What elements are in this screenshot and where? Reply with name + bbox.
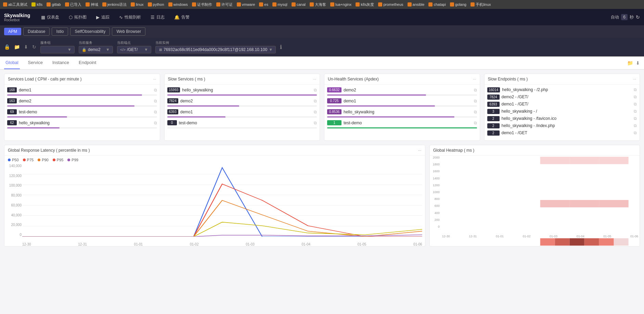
endpoint-copy-0[interactable]: ⧉ [634, 87, 637, 92]
subnav-self-observability[interactable]: SelfObservability [70, 27, 110, 36]
endpoint-copy-6[interactable]: ⧉ [634, 130, 637, 135]
nav-profiling[interactable]: ∿ 性能剖析 [115, 12, 145, 22]
tab-service[interactable]: Service [27, 56, 44, 69]
tab-download-icon[interactable]: ⬇ [636, 60, 640, 66]
slow-badge-1: 7824 [167, 98, 178, 103]
bookmark-license[interactable]: 许可证 [215, 2, 234, 8]
bookmark-ab[interactable]: ab工具测试 [2, 2, 28, 8]
nav-dashboard[interactable]: ▦ 仪表盘 [37, 12, 63, 22]
current-service-select[interactable]: 🔒 demo2 ▼ [79, 46, 113, 53]
service-copy-2[interactable]: ⧉ [154, 110, 157, 114]
endpoint-copy-4[interactable]: ⧉ [634, 116, 637, 121]
bookmark-jenkins[interactable]: jenkins语法 [101, 2, 128, 8]
bookmark-mysql[interactable]: mysql [271, 2, 288, 7]
info-button[interactable]: ℹ [280, 44, 282, 50]
slow-bar-0 [167, 95, 317, 96]
bookmark-lua[interactable]: lua+nginx [329, 2, 352, 7]
subnav-istio[interactable]: Istio [52, 27, 68, 36]
bookmark-ansible[interactable]: ansible [407, 2, 426, 7]
endpoint-copy-5[interactable]: ⧉ [634, 123, 637, 128]
tab-endpoint[interactable]: Endpoint [77, 56, 98, 69]
current-endpoint-select[interactable]: </> /GET/ ▼ [117, 46, 151, 53]
endpoint-copy-3[interactable]: ⧉ [634, 109, 637, 114]
service-copy-0[interactable]: ⧉ [154, 88, 157, 92]
endpoint-copy-2[interactable]: ⧉ [634, 102, 637, 106]
hm-x-2: 01-01 [496, 235, 504, 238]
bookmark-mobile-linux[interactable]: 手机linux [469, 2, 492, 8]
slow-copy-1[interactable]: ⧉ [314, 99, 317, 103]
unhealthy-copy-3[interactable]: ⧉ [474, 121, 477, 125]
service-copy-3[interactable]: ⧉ [154, 121, 157, 125]
unhealthy-copy-2[interactable]: ⧉ [474, 110, 477, 114]
nav-logs[interactable]: ☰ 日志 [146, 12, 169, 22]
slow-bar-1 [167, 105, 239, 106]
slow-endpoints-menu[interactable]: ··· [633, 77, 636, 81]
refresh-filter-icon[interactable]: ↻ [32, 44, 36, 50]
legend-label-p99: P99 [72, 158, 78, 162]
bookmark-daha[interactable]: 大海客 [309, 2, 327, 8]
service-group-select[interactable]: ▼ [40, 46, 75, 53]
bookmark-k8s-gray[interactable]: k8s灰度 [355, 2, 375, 8]
dashboard-icon: ▦ [41, 15, 45, 20]
service-badge-0: 168 [7, 87, 17, 92]
endpoint-badge-6: 2 [487, 130, 500, 136]
current-instance-select[interactable]: 🖥 76932ac68c9511ed94da000c29c8f117@192.1… [155, 46, 276, 53]
bookmark-python[interactable]: python [147, 2, 165, 7]
services-load-header: Services Load ( CPM - calls per minute )… [4, 74, 160, 85]
endpoint-copy-1[interactable]: ⧉ [634, 95, 637, 99]
subnav-apm[interactable]: APM [4, 28, 21, 35]
slow-services-menu[interactable]: ··· [313, 77, 316, 81]
bookmark-golang[interactable]: golang [449, 2, 467, 7]
svg-rect-12 [599, 200, 628, 207]
bookmark-shenyun[interactable]: 神域 [85, 2, 99, 8]
bookmark-prometheus[interactable]: prometheus [377, 2, 404, 7]
subnav-database[interactable]: Database [23, 27, 50, 36]
nav-topology-label: 拓扑图 [74, 14, 87, 20]
unhealthy-copy-1[interactable]: ⧉ [474, 99, 477, 103]
bookmark-cert[interactable]: 证书制作 [191, 2, 213, 8]
bookmark-es[interactable]: es [258, 2, 269, 7]
legend-label-p95: P95 [57, 158, 64, 162]
service-group-arrow: ▼ [67, 47, 72, 52]
endpoint-badge-1: 7824 [487, 95, 500, 100]
unhealthy-copy-0[interactable]: ⧉ [474, 88, 477, 92]
tab-instance[interactable]: Instance [51, 56, 70, 69]
services-load-menu[interactable]: ··· [153, 77, 156, 81]
bookmark-windows[interactable]: windows [167, 2, 189, 7]
refresh-icon[interactable]: ↻ [636, 14, 640, 20]
bookmark-vmware[interactable]: vmware [236, 2, 256, 7]
bookmark-canal[interactable]: canal [291, 2, 307, 7]
bookmark-imported[interactable]: 已导入 [64, 2, 82, 8]
hm-x-0: 12-30 [442, 235, 450, 238]
unhealthy-bar-0 [327, 95, 426, 96]
slow-name-1: demo2 [180, 99, 312, 103]
apdex-badge-2: 0.8536 [327, 109, 342, 114]
y-label-1: 120,000 [6, 174, 22, 178]
nav-alarms[interactable]: 🔔 告警 [170, 12, 194, 22]
bookmark-k8s[interactable]: k8s [30, 2, 43, 7]
service-copy-1[interactable]: ⧉ [154, 99, 157, 103]
bookmark-chatapi[interactable]: chatapi [427, 2, 447, 7]
bookmark-gitlab[interactable]: gitlab [46, 2, 62, 7]
nav-topology[interactable]: ⬡ 拓扑图 [65, 12, 91, 22]
heatmap-title: Global Heatmap ( ms ) [433, 148, 475, 153]
x-label-4: 01-03 [246, 242, 255, 246]
unhealthy-services-body: 0.6632 demo2 ⧉ 0.725 demo1 ⧉ [324, 85, 480, 134]
subnav-web-browser[interactable]: Web Browser [112, 27, 145, 36]
svg-rect-15 [569, 238, 584, 246]
svg-rect-14 [555, 238, 569, 246]
unhealthy-services-menu[interactable]: ··· [473, 77, 476, 81]
unhealthy-services-title: Un-Health Services (Apdex) [328, 77, 379, 81]
tab-folder-icon[interactable]: 📁 [627, 60, 633, 66]
nav-trace[interactable]: ▶ 追踪 [92, 12, 114, 22]
top-nav: Skywalking Rocketbot ▦ 仪表盘 ⬡ 拓扑图 ▶ 追踪 ∿ … [0, 9, 644, 25]
slow-copy-0[interactable]: ⧉ [314, 88, 317, 92]
slow-copy-3[interactable]: ⧉ [314, 121, 317, 125]
latency-chart-menu[interactable]: ··· [418, 148, 422, 153]
hm-x-3: 01-02 [523, 235, 530, 238]
bookmark-linux[interactable]: linux [130, 2, 145, 7]
legend-label-p50: P50 [12, 158, 19, 162]
tab-global[interactable]: Global [4, 56, 20, 69]
slow-services-title: Slow Services ( ms ) [168, 77, 205, 81]
slow-copy-2[interactable]: ⧉ [314, 110, 317, 114]
